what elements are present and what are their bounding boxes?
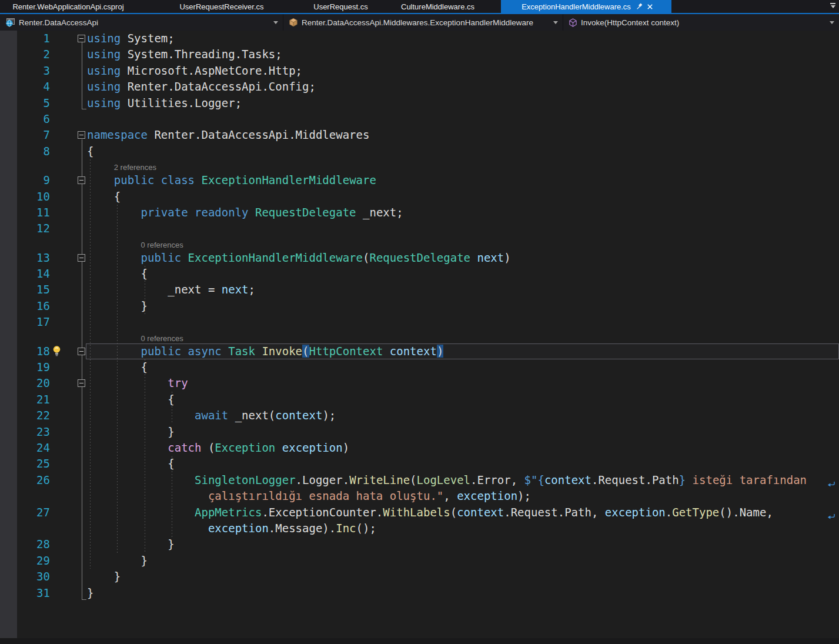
code-text: } [141, 554, 148, 567]
code-area[interactable]: 1using System;2using System.Threading.Ta… [0, 31, 839, 601]
code-text: { [141, 361, 148, 373]
tab-label: Renter.WebApplicationApi.csproj [10, 2, 126, 11]
line-number: 13 [17, 250, 50, 266]
line-number: 21 [17, 392, 50, 408]
code-line-continuation[interactable]: exception.Message).Inc(); [0, 520, 839, 536]
line-number: 8 [17, 144, 50, 159]
navigation-bar: Renter.DataAccessApi Renter.DataAccessAp… [0, 14, 839, 31]
line-number: 4 [17, 79, 50, 95]
line-number: 10 [17, 189, 50, 205]
code-line-16[interactable]: 16} [0, 298, 839, 314]
fold-collapse-box[interactable] [78, 176, 85, 184]
tab-label: ExceptionHandlerMiddleware.cs [519, 2, 633, 11]
code-line-30[interactable]: 30} [0, 569, 839, 585]
line-number: 23 [17, 424, 50, 440]
code-text: { [114, 190, 121, 203]
code-line-7[interactable]: 7namespace Renter.DataAccessApi.Middlewa… [0, 127, 839, 143]
code-text: exception.Message).Inc(); [208, 522, 376, 535]
fold-collapse-box[interactable] [78, 35, 85, 42]
tab-overflow-button[interactable] [830, 3, 836, 9]
code-line-8[interactable]: 8{ [0, 144, 839, 159]
code-line-11[interactable]: 11private readonly RequestDelegate _next… [0, 205, 839, 221]
horizontal-scrollbar-track[interactable] [0, 638, 839, 644]
code-line-12[interactable]: 12 [0, 221, 839, 236]
tab-renter-webapplicationapi-csproj[interactable]: Renter.WebApplicationApi.csproj [0, 0, 136, 13]
code-line-19[interactable]: 19{ [0, 359, 839, 375]
code-line-9[interactable]: 9public class ExceptionHandlerMiddleware [0, 172, 839, 188]
line-number: 25 [17, 456, 50, 472]
code-text: using Renter.DataAccessApi.Config; [87, 80, 316, 93]
code-editor[interactable]: 1using System;2using System.Threading.Ta… [0, 31, 839, 644]
code-text: using Microsoft.AspNetCore.Http; [87, 64, 302, 77]
type-dropdown[interactable]: Renter.DataAccessApi.Middlewares.Excepti… [283, 14, 563, 31]
code-line-14[interactable]: 14{ [0, 266, 839, 282]
code-line-24[interactable]: 24catch (Exception exception) [0, 440, 839, 456]
code-line-29[interactable]: 29} [0, 553, 839, 569]
line-number: 31 [17, 585, 50, 601]
code-text: public class ExceptionHandlerMiddleware [114, 173, 376, 186]
line-number: 30 [17, 569, 50, 585]
web-project-icon [5, 18, 15, 27]
code-line-6[interactable]: 6 [0, 111, 839, 127]
code-line-10[interactable]: 10{ [0, 189, 839, 205]
code-text: { [168, 393, 174, 406]
code-line-5[interactable]: 5using Utilities.Logger; [0, 95, 839, 111]
code-line-4[interactable]: 4using Renter.DataAccessApi.Config; [0, 79, 839, 95]
fold-collapse-box[interactable] [78, 254, 85, 262]
code-text: } [168, 538, 174, 550]
project-dropdown[interactable]: Renter.DataAccessApi [0, 14, 283, 31]
code-line-21[interactable]: 21{ [0, 392, 839, 408]
member-dropdown[interactable]: Invoke(HttpContext context) [563, 14, 839, 31]
code-line-28[interactable]: 28} [0, 536, 839, 552]
code-line-1[interactable]: 1using System; [0, 31, 839, 46]
code-text: AppMetrics.ExceptionCounter.WithLabels(c… [195, 506, 773, 519]
code-text: _next = next; [168, 283, 255, 296]
line-number: 3 [17, 63, 50, 79]
code-line-23[interactable]: 23} [0, 424, 839, 440]
code-line-27[interactable]: 27AppMetrics.ExceptionCounter.WithLabels… [0, 505, 839, 520]
code-line-15[interactable]: 15_next = next; [0, 282, 839, 298]
line-number: 19 [17, 359, 50, 375]
line-number: 9 [17, 172, 50, 188]
code-line-continuation[interactable]: çalıştırıldığı esnada hata oluştu.", exc… [0, 488, 839, 504]
code-text: using System.Threading.Tasks; [87, 48, 282, 61]
code-line-18[interactable]: 18public async Task Invoke(HttpContext c… [0, 343, 839, 359]
close-icon[interactable] [647, 4, 653, 10]
line-number: 11 [17, 205, 50, 221]
code-line-31[interactable]: 31} [0, 585, 839, 601]
line-number: 5 [17, 95, 50, 111]
code-line-25[interactable]: 25{ [0, 456, 839, 472]
line-number: 24 [17, 440, 50, 456]
code-line-17[interactable]: 17 [0, 314, 839, 330]
method-icon [569, 18, 577, 27]
code-line-3[interactable]: 3using Microsoft.AspNetCore.Http; [0, 63, 839, 79]
code-line-13[interactable]: 13public ExceptionHandlerMiddleware(Requ… [0, 250, 839, 266]
code-text: catch (Exception exception) [168, 441, 349, 454]
codelens-row[interactable]: 2 references [0, 159, 839, 172]
tab-exceptionhandlermiddleware[interactable]: ExceptionHandlerMiddleware.cs [501, 0, 671, 13]
line-number: 16 [17, 298, 50, 314]
lightbulb-quick-actions-icon[interactable] [51, 345, 64, 358]
code-text: } [87, 586, 93, 599]
tab-userrequestreceiver[interactable]: UserRequestReceiver.cs [136, 0, 307, 13]
tab-userrequest[interactable]: UserRequest.cs [307, 0, 375, 13]
code-text: { [87, 145, 93, 158]
code-text: çalıştırıldığı esnada hata oluştu.", exc… [208, 489, 531, 502]
fold-collapse-box[interactable] [78, 348, 85, 355]
code-line-2[interactable]: 2using System.Threading.Tasks; [0, 46, 839, 62]
codelens-row[interactable]: 0 references [0, 331, 839, 343]
fold-collapse-box[interactable] [78, 379, 85, 387]
fold-collapse-box[interactable] [78, 131, 85, 139]
code-text: using System; [87, 32, 175, 45]
tab-culturemiddleware[interactable]: CultureMiddleware.cs [375, 0, 501, 13]
code-line-26[interactable]: 26SingletonLogger.Logger.WriteLine(LogLe… [0, 472, 839, 488]
code-text: } [114, 570, 121, 583]
tab-label: UserRequestReceiver.cs [177, 2, 266, 11]
line-number: 26 [17, 472, 50, 488]
code-text: using Utilities.Logger; [87, 96, 242, 109]
code-line-22[interactable]: 22await _next(context); [0, 408, 839, 423]
code-text: } [141, 299, 148, 312]
codelens-row[interactable]: 0 references [0, 237, 839, 250]
pin-icon[interactable] [636, 3, 643, 11]
code-line-20[interactable]: 20try [0, 375, 839, 391]
